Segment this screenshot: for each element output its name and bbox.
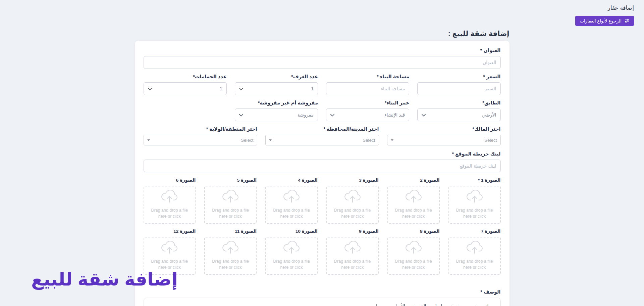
rooms-field: عدد الغرف* 1 (235, 74, 318, 95)
image-7-dropzone[interactable]: Drag and drop a file here or click (448, 237, 501, 275)
image-1-dropzone[interactable]: Drag and drop a file here or click (448, 186, 501, 224)
description-label: الوصف * (144, 289, 501, 295)
map-link-input[interactable] (144, 160, 501, 172)
area-label: مساحة البناء * (326, 74, 409, 80)
image-12-label: الصورة 12 (144, 228, 196, 234)
rooms-select-value: 1 (311, 86, 314, 91)
dropzone-hint: Drag and drop a file here or click (210, 207, 251, 219)
image-2-dropzone[interactable]: Drag and drop a file here or click (387, 186, 440, 224)
cloud-upload-icon (405, 190, 423, 204)
editor-menu-view[interactable]: عرض (445, 302, 463, 306)
triangle-down-icon (147, 139, 150, 141)
state-field: اختر المنطقة/الولاية * Select (144, 126, 257, 145)
image-10-label: الصورة 10 (265, 228, 318, 234)
cloud-upload-icon (466, 241, 484, 255)
dropzone-hint: Drag and drop a file here or click (332, 207, 373, 219)
furnished-field: مفروشة أم غير مفروشة* مفروشة (235, 100, 318, 121)
bathrooms-select[interactable]: 1 (144, 82, 227, 95)
price-field: السعر * (417, 74, 500, 95)
dropzone-hint: Drag and drop a file here or click (393, 258, 434, 270)
image-5-label: الصورة 5 (204, 177, 257, 183)
state-select[interactable]: Select (144, 135, 257, 145)
upload-cell-5: الصورة 5 Drag and drop a file here or cl… (204, 177, 257, 224)
floor-select[interactable]: الأرضي (417, 108, 500, 121)
furnished-select[interactable]: مفروشة (235, 108, 318, 121)
upload-cell-3: الصورة 3 Drag and drop a file here or cl… (326, 177, 379, 224)
editor-menu-edit[interactable]: تحرير (463, 302, 479, 306)
state-label: اختر المنطقة/الولاية * (144, 126, 257, 132)
rooms-select[interactable]: 1 (235, 82, 318, 95)
upload-cell-12: الصورة 12 Drag and drop a file here or c… (144, 228, 196, 275)
image-2-label: الصورة 2 (387, 177, 440, 183)
building-age-select[interactable]: قيد الإنشاء (326, 108, 409, 121)
image-4-label: الصورة 4 (265, 177, 318, 183)
description-section: الوصف * ملف تحرير عرض إدراج التنسيق الأد… (144, 289, 501, 306)
page-title: إضافة عقار (10, 5, 634, 11)
price-input[interactable] (417, 82, 500, 95)
editor-menu-file[interactable]: ملف (479, 302, 494, 306)
building-age-field: عمر البناء* قيد الإنشاء (326, 100, 409, 121)
owner-field: اختر المالك* Select (387, 126, 501, 145)
state-select-value: Select (241, 138, 254, 143)
image-12-dropzone[interactable]: Drag and drop a file here or click (144, 237, 196, 275)
upload-cell-7: الصورة 7 Drag and drop a file here or cl… (448, 228, 501, 275)
cloud-upload-icon (160, 241, 178, 255)
section-heading: إضافة شقة للبيع : (135, 29, 509, 38)
chevron-down-icon (148, 86, 152, 92)
image-9-label: الصورة 9 (326, 228, 379, 234)
city-label: اختر المدينة/المحافظة * (265, 126, 379, 132)
city-select-value: Select (363, 138, 375, 143)
chevron-down-icon (239, 86, 243, 92)
cloud-upload-icon (282, 190, 301, 204)
image-9-dropzone[interactable]: Drag and drop a file here or click (326, 237, 379, 275)
bathrooms-label: عدد الحمامات* (144, 74, 227, 80)
dropzone-hint: Drag and drop a file here or click (332, 258, 373, 270)
image-6-dropzone[interactable]: Drag and drop a file here or click (144, 186, 196, 224)
upload-cell-6: الصورة 6 Drag and drop a file here or cl… (144, 177, 196, 224)
editor-menu-tools[interactable]: الأدوات (388, 302, 408, 306)
rooms-label: عدد الغرف* (235, 74, 318, 80)
dropzone-hint: Drag and drop a file here or click (210, 258, 251, 270)
image-1-label: الصورة 1 * (448, 177, 501, 183)
page-header: إضافة عقار الرجوع لأنواع العقارات (0, 0, 644, 26)
title-input[interactable] (144, 56, 501, 69)
building-age-select-value: قيد الإنشاء (384, 112, 405, 118)
area-input[interactable] (326, 82, 409, 95)
furnished-select-value: مفروشة (298, 112, 314, 118)
city-select[interactable]: Select (265, 135, 379, 145)
dropzone-hint: Drag and drop a file here or click (149, 207, 190, 219)
chevron-down-icon (330, 112, 334, 118)
cloud-upload-icon (405, 241, 423, 255)
dropzone-hint: Drag and drop a file here or click (393, 207, 434, 219)
floor-label: الطابق* (417, 100, 500, 106)
triangle-down-icon (269, 139, 272, 141)
cloud-upload-icon (221, 190, 239, 204)
numbers-row: السعر * مساحة البناء * عدد الغرف* 1 عدد … (144, 74, 501, 95)
image-11-dropzone[interactable]: Drag and drop a file here or click (204, 237, 257, 275)
upload-cell-1: الصورة 1 * Drag and drop a file here or … (448, 177, 501, 224)
owner-select[interactable]: Select (387, 135, 501, 145)
upload-cell-2: الصورة 2 Drag and drop a file here or cl… (387, 177, 440, 224)
image-5-dropzone[interactable]: Drag and drop a file here or click (204, 186, 257, 224)
editor-menu-table[interactable]: جدول (371, 302, 388, 306)
editor-menu-format[interactable]: التنسيق (408, 302, 429, 306)
image-10-dropzone[interactable]: Drag and drop a file here or click (265, 237, 318, 275)
dropzone-hint: Drag and drop a file here or click (454, 258, 495, 270)
dropzone-hint: Drag and drop a file here or click (149, 258, 190, 270)
exchange-arrows-icon (624, 18, 630, 23)
cloud-upload-icon (343, 190, 362, 204)
floor-select-value: الأرضي (482, 112, 496, 118)
empty-cell (144, 100, 227, 121)
dropzone-hint: Drag and drop a file here or click (271, 207, 312, 219)
image-8-dropzone[interactable]: Drag and drop a file here or click (387, 237, 440, 275)
editor-menu-insert[interactable]: إدراج (429, 302, 445, 306)
back-to-property-types-button[interactable]: الرجوع لأنواع العقارات (575, 16, 634, 26)
rich-text-editor[interactable]: ملف تحرير عرض إدراج التنسيق الأدوات جدول (144, 298, 501, 306)
image-11-label: الصورة 11 (204, 228, 257, 234)
chevron-down-icon (239, 112, 243, 118)
image-4-dropzone[interactable]: Drag and drop a file here or click (265, 186, 318, 224)
dropzone-hint: Drag and drop a file here or click (271, 258, 312, 270)
image-3-dropzone[interactable]: Drag and drop a file here or click (326, 186, 379, 224)
map-link-label: لينك خريطة الموقع * (144, 151, 501, 157)
cloud-upload-icon (221, 241, 239, 255)
